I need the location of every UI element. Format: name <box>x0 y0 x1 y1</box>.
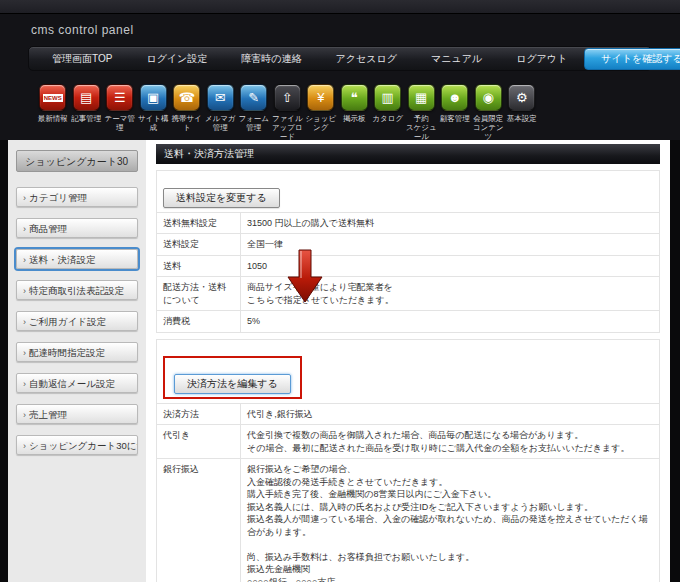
icon-label: 基本設定 <box>505 114 539 123</box>
sidebar-item-guide[interactable]: ›ご利用ガイド設定 <box>16 311 138 331</box>
row-value: 銀行振込をご希望の場合、 入金確認後の発送手続きとさせていただきます。 購入手続… <box>241 459 660 582</box>
table-row: 配送方法・送料について 商品サイズや重量により宅配業者を こちらで指定させていた… <box>157 277 660 311</box>
sidebar-item-label: 商品管理 <box>29 223 67 234</box>
toolbar-item-theme[interactable]: ☰ テーマ管理 <box>103 84 137 141</box>
sidebar-item-label: ショッピングカート30について <box>29 440 138 451</box>
toolbar-item-catalog[interactable]: ▥ カタログ <box>371 84 405 141</box>
chevron-right-icon: › <box>23 348 26 358</box>
check-site-button[interactable]: サイトを確認する <box>584 48 680 70</box>
customers-icon: ☻ <box>441 84 468 111</box>
shopping-cart-icon: ¥ <box>307 84 334 111</box>
sidebar: ショッピングカート30 ›カテゴリ管理 ›商品管理 ›送料・決済設定 ›特定商取… <box>8 140 146 582</box>
toolbar-item-articles[interactable]: ▤ 記事管理 <box>70 84 104 141</box>
icon-label: ファイル アップロード <box>271 114 305 141</box>
chevron-right-icon: › <box>23 193 26 203</box>
row-value: 商品サイズや重量により宅配業者を こちらで指定させていただきます。 <box>241 277 660 311</box>
sidebar-item-commerce-law[interactable]: ›特定商取引法表記設定 <box>16 280 138 300</box>
forms-icon: ✎ <box>240 84 267 111</box>
sidebar-item-about-cart30[interactable]: ›ショッピングカート30について <box>16 435 138 455</box>
sidebar-item-auto-reply-mail[interactable]: ›自動返信メール設定 <box>16 373 138 393</box>
page-title: 送料・決済方法管理 <box>156 144 660 164</box>
table-row: 決済方法を編集する <box>157 339 660 403</box>
sidebar-item-delivery-time[interactable]: ›配達時間指定設定 <box>16 342 138 362</box>
nav-trouble-contact[interactable]: 障害時の連絡 <box>224 52 318 66</box>
chevron-right-icon: › <box>23 379 26 389</box>
change-shipping-button[interactable]: 送料設定を変更する <box>163 188 280 208</box>
toolbar-item-bbs[interactable]: ❝ 掲示板 <box>338 84 372 141</box>
toolbar-item-forms[interactable]: ✎ フォーム管理 <box>237 84 271 141</box>
icon-label: メルマガ管理 <box>204 114 238 132</box>
table-row: 銀行振込 銀行振込をご希望の場合、 入金確認後の発送手続きとさせていただきます。… <box>157 459 660 582</box>
table-row: 送料無料設定 31500 円以上の購入で送料無料 <box>157 212 660 234</box>
app-title: cms control panel <box>31 23 134 37</box>
toolbar-item-customers[interactable]: ☻ 顧客管理 <box>438 84 472 141</box>
sidebar-item-label: 送料・決済設定 <box>29 254 96 265</box>
main-panel: 送料・決済方法管理 送料設定を変更する 送料無料設定 31500 円以上の購入で… <box>146 140 670 582</box>
nav-admin-top[interactable]: 管理画面TOP <box>35 52 129 66</box>
icon-label: ショッピング <box>304 114 338 132</box>
main-navbar: 管理画面TOP ログイン設定 障害時の連絡 アクセスログ マニュアル ログアウト… <box>28 46 652 71</box>
sidebar-item-label: 自動返信メール設定 <box>29 378 115 389</box>
row-label: 代引き <box>157 425 241 459</box>
sidebar-item-products[interactable]: ›商品管理 <box>16 218 138 238</box>
icon-label: 顧客管理 <box>438 114 472 123</box>
nav-manual[interactable]: マニュアル <box>414 52 499 66</box>
top-header-section: cms control panel 管理画面TOP ログイン設定 障害時の連絡 … <box>0 0 680 140</box>
table-row: 代引き 代金引換で複数の商品を御購入された場合、商品毎の配送になる場合があります… <box>157 425 660 459</box>
icon-label: 予約 スケジュール <box>405 114 439 141</box>
toolbar-item-shopping[interactable]: ¥ ショッピング <box>304 84 338 141</box>
table-row: 送料 1050 <box>157 255 660 277</box>
content-area: ショッピングカート30 ›カテゴリ管理 ›商品管理 ›送料・決済設定 ›特定商取… <box>8 140 670 582</box>
row-value: 全国一律 <box>241 234 660 256</box>
row-label: 配送方法・送料について <box>157 277 241 311</box>
row-label: 送料 <box>157 255 241 277</box>
icon-label: サイト構成 <box>137 114 171 132</box>
sidebar-item-category[interactable]: ›カテゴリ管理 <box>16 187 138 207</box>
chevron-right-icon: › <box>23 255 26 265</box>
catalog-icon: ▥ <box>374 84 401 111</box>
chevron-right-icon: › <box>23 224 26 234</box>
bbs-icon: ❝ <box>341 84 368 111</box>
icon-label: テーマ管理 <box>103 114 137 132</box>
row-label: 消費税 <box>157 311 241 333</box>
toolbar-item-settings[interactable]: ⚙ 基本設定 <box>505 84 539 141</box>
nav-logout[interactable]: ログアウト <box>499 52 584 66</box>
toolbar-item-members-only[interactable]: ◉ 会員限定 コンテンツ <box>472 84 506 141</box>
row-label: 銀行振込 <box>157 459 241 582</box>
table-row: 消費税 5% <box>157 311 660 333</box>
sidebar-item-label: 配達時間指定設定 <box>29 347 105 358</box>
table-row: 決済方法 代引き,銀行振込 <box>157 403 660 425</box>
sidebar-item-label: 売上管理 <box>29 409 67 420</box>
sidebar-item-label: ご利用ガイド設定 <box>29 316 106 327</box>
toolbar-item-site-structure[interactable]: ▣ サイト構成 <box>137 84 171 141</box>
members-lock-icon: ◉ <box>475 84 502 111</box>
calendar-icon: ▦ <box>408 84 435 111</box>
shipping-settings-table: 送料設定を変更する 送料無料設定 31500 円以上の購入で送料無料 送料設定 … <box>156 170 660 333</box>
site-structure-icon: ▣ <box>140 84 167 111</box>
toolbar-item-mobile-site[interactable]: ☎ 携帯サイト <box>170 84 204 141</box>
edit-payment-button[interactable]: 決済方法を編集する <box>174 374 291 394</box>
nav-access-log[interactable]: アクセスログ <box>319 52 414 66</box>
row-value: 代引き,銀行振込 <box>241 403 660 425</box>
sidebar-title: ショッピングカート30 <box>16 150 138 172</box>
mobile-site-icon: ☎ <box>173 84 200 111</box>
row-label: 決済方法 <box>157 403 241 425</box>
chevron-right-icon: › <box>23 410 26 420</box>
icon-label: 最新情報 <box>36 114 70 123</box>
toolbar-item-mailmagazine[interactable]: ✉ メルマガ管理 <box>204 84 238 141</box>
toolbar-item-reservation[interactable]: ▦ 予約 スケジュール <box>405 84 439 141</box>
icon-label: フォーム管理 <box>237 114 271 132</box>
sidebar-item-shipping-payment[interactable]: ›送料・決済設定 <box>16 249 138 269</box>
chevron-right-icon: › <box>23 317 26 327</box>
nav-login-settings[interactable]: ログイン設定 <box>129 52 224 66</box>
toolbar-item-file-upload[interactable]: ⇧ ファイル アップロード <box>271 84 305 141</box>
chevron-right-icon: › <box>23 441 26 451</box>
icon-toolbar: NEWS 最新情報 ▤ 記事管理 ☰ テーマ管理 ▣ サイト構成 ☎ 携帯サイト… <box>36 84 660 141</box>
icon-label: カタログ <box>371 114 405 123</box>
toolbar-item-news[interactable]: NEWS 最新情報 <box>36 84 70 141</box>
sidebar-item-label: 特定商取引法表記設定 <box>29 285 124 296</box>
articles-icon: ▤ <box>73 84 100 111</box>
row-value: 5% <box>241 311 660 333</box>
sidebar-item-sales[interactable]: ›売上管理 <box>16 404 138 424</box>
icon-label: 会員限定 コンテンツ <box>472 114 506 141</box>
